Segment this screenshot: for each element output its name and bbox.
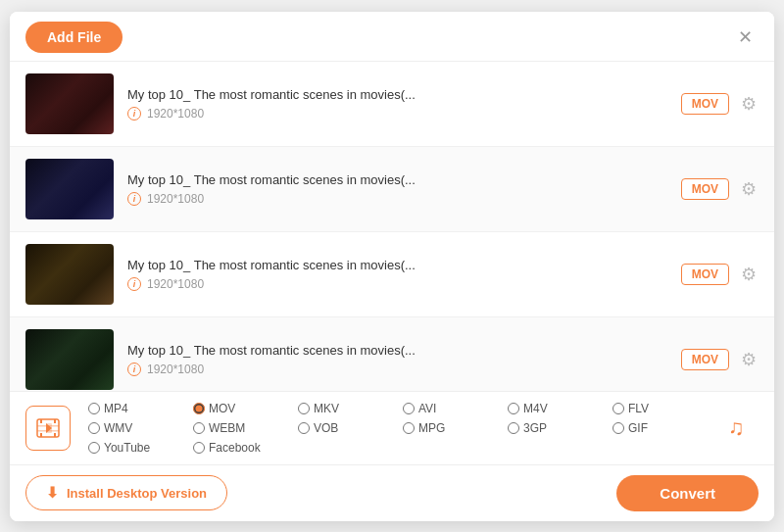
file-thumbnail xyxy=(25,329,114,390)
file-item: My top 10_ The most romantic scenes in m… xyxy=(10,317,774,391)
format-option-mov[interactable]: MOV xyxy=(189,400,294,417)
file-thumbnail xyxy=(25,73,114,134)
format-radio-flv[interactable] xyxy=(612,403,624,414)
gear-button[interactable]: ⚙ xyxy=(739,347,759,372)
add-file-button[interactable]: Add File xyxy=(25,22,122,53)
close-button[interactable]: ✕ xyxy=(732,26,759,48)
app-window: Add File ✕ My top 10_ The most romantic … xyxy=(10,12,774,521)
bottom-bar: ⬇ Install Desktop Version Convert xyxy=(10,464,774,521)
svg-rect-1 xyxy=(40,419,42,423)
format-option-flv[interactable]: FLV xyxy=(609,400,713,417)
file-meta: i 1920*1080 xyxy=(127,192,681,206)
svg-rect-3 xyxy=(54,419,56,423)
file-item: My top 10_ The most romantic scenes in m… xyxy=(10,62,774,147)
gear-button[interactable]: ⚙ xyxy=(739,91,759,117)
file-resolution: 1920*1080 xyxy=(147,277,204,291)
format-option-3gp[interactable]: 3GP xyxy=(504,419,609,437)
format-option-webm[interactable]: WEBM xyxy=(189,419,294,437)
format-badge[interactable]: MOV xyxy=(681,93,729,115)
format-radio-vob[interactable] xyxy=(298,422,310,434)
format-option-avi[interactable]: AVI xyxy=(399,400,504,417)
music-icon-area[interactable]: ♫ xyxy=(713,415,759,441)
info-icon[interactable]: i xyxy=(127,192,141,206)
info-icon[interactable]: i xyxy=(127,107,141,121)
file-actions: MOV ⚙ xyxy=(681,347,759,372)
format-radio-mov[interactable] xyxy=(193,403,205,414)
format-label-facebook: Facebook xyxy=(209,441,261,455)
file-meta: i 1920*1080 xyxy=(127,107,681,121)
title-bar: Add File ✕ xyxy=(10,12,774,61)
format-label-webm: WEBM xyxy=(209,421,245,435)
format-radio-3gp[interactable] xyxy=(508,422,519,434)
format-option-youtube[interactable]: YouTube xyxy=(84,439,189,457)
format-label-wmv: WMV xyxy=(104,421,132,435)
file-name: My top 10_ The most romantic scenes in m… xyxy=(127,87,681,102)
info-icon[interactable]: i xyxy=(127,363,141,376)
file-resolution: 1920*1080 xyxy=(147,363,204,376)
file-thumbnail xyxy=(25,159,114,219)
format-option-mkv[interactable]: MKV xyxy=(294,400,399,417)
file-item: My top 10_ The most romantic scenes in m… xyxy=(10,147,774,232)
format-label-mpg: MPG xyxy=(418,421,445,435)
format-option-mp4[interactable]: MP4 xyxy=(84,400,189,417)
file-name: My top 10_ The most romantic scenes in m… xyxy=(127,258,681,272)
format-radio-facebook[interactable] xyxy=(193,442,205,454)
file-name: My top 10_ The most romantic scenes in m… xyxy=(127,172,681,187)
format-options: MP4MOVMKVAVIM4VFLVWMVWEBMVOBMPG3GPGIFYou… xyxy=(84,400,713,457)
format-option-mpg[interactable]: MPG xyxy=(399,419,504,437)
file-list: My top 10_ The most romantic scenes in m… xyxy=(10,61,774,391)
file-meta: i 1920*1080 xyxy=(127,277,681,291)
file-info: My top 10_ The most romantic scenes in m… xyxy=(127,258,681,291)
file-actions: MOV ⚙ xyxy=(681,262,759,287)
format-radio-mkv[interactable] xyxy=(298,403,310,414)
format-radio-gif[interactable] xyxy=(612,422,624,434)
format-radio-mpg[interactable] xyxy=(403,422,415,434)
svg-rect-4 xyxy=(54,433,56,437)
format-radio-avi[interactable] xyxy=(403,403,415,414)
film-icon-button[interactable] xyxy=(25,406,71,451)
format-option-m4v[interactable]: M4V xyxy=(504,400,609,417)
file-actions: MOV ⚙ xyxy=(681,176,759,202)
format-badge[interactable]: MOV xyxy=(681,178,729,200)
format-label-mp4: MP4 xyxy=(104,402,128,415)
file-resolution: 1920*1080 xyxy=(147,192,204,206)
format-label-youtube: YouTube xyxy=(104,441,150,455)
info-icon[interactable]: i xyxy=(127,277,141,291)
format-bar: MP4MOVMKVAVIM4VFLVWMVWEBMVOBMPG3GPGIFYou… xyxy=(10,391,774,464)
format-label-flv: FLV xyxy=(628,402,649,415)
music-note-icon: ♫ xyxy=(728,415,745,441)
svg-rect-2 xyxy=(40,433,42,437)
file-info: My top 10_ The most romantic scenes in m… xyxy=(127,87,681,121)
file-name: My top 10_ The most romantic scenes in m… xyxy=(127,343,681,358)
format-radio-m4v[interactable] xyxy=(508,403,519,414)
gear-button[interactable]: ⚙ xyxy=(739,176,759,202)
install-label: Install Desktop Version xyxy=(67,486,207,501)
format-label-gif: GIF xyxy=(628,421,648,435)
format-label-avi: AVI xyxy=(418,402,436,415)
convert-button[interactable]: Convert xyxy=(616,475,759,511)
format-badge[interactable]: MOV xyxy=(681,349,729,370)
gear-button[interactable]: ⚙ xyxy=(739,262,759,287)
format-radio-youtube[interactable] xyxy=(88,442,100,454)
format-radio-wmv[interactable] xyxy=(88,422,100,434)
file-thumbnail xyxy=(25,244,114,305)
file-actions: MOV ⚙ xyxy=(681,91,759,117)
format-option-facebook[interactable]: Facebook xyxy=(189,439,294,457)
format-option-wmv[interactable]: WMV xyxy=(84,419,189,437)
film-icon xyxy=(35,415,61,441)
install-desktop-button[interactable]: ⬇ Install Desktop Version xyxy=(25,475,227,510)
format-badge[interactable]: MOV xyxy=(681,264,729,285)
format-label-mov: MOV xyxy=(209,402,235,415)
format-option-vob[interactable]: VOB xyxy=(294,419,399,437)
format-radio-webm[interactable] xyxy=(193,422,205,434)
file-resolution: 1920*1080 xyxy=(147,107,204,121)
format-option-gif[interactable]: GIF xyxy=(609,419,713,437)
format-label-vob: VOB xyxy=(314,421,338,435)
format-label-mkv: MKV xyxy=(314,402,339,415)
file-meta: i 1920*1080 xyxy=(127,363,681,376)
download-icon: ⬇ xyxy=(46,484,59,502)
format-label-3gp: 3GP xyxy=(523,421,547,435)
format-radio-mp4[interactable] xyxy=(88,403,100,414)
file-info: My top 10_ The most romantic scenes in m… xyxy=(127,172,681,206)
file-info: My top 10_ The most romantic scenes in m… xyxy=(127,343,681,376)
